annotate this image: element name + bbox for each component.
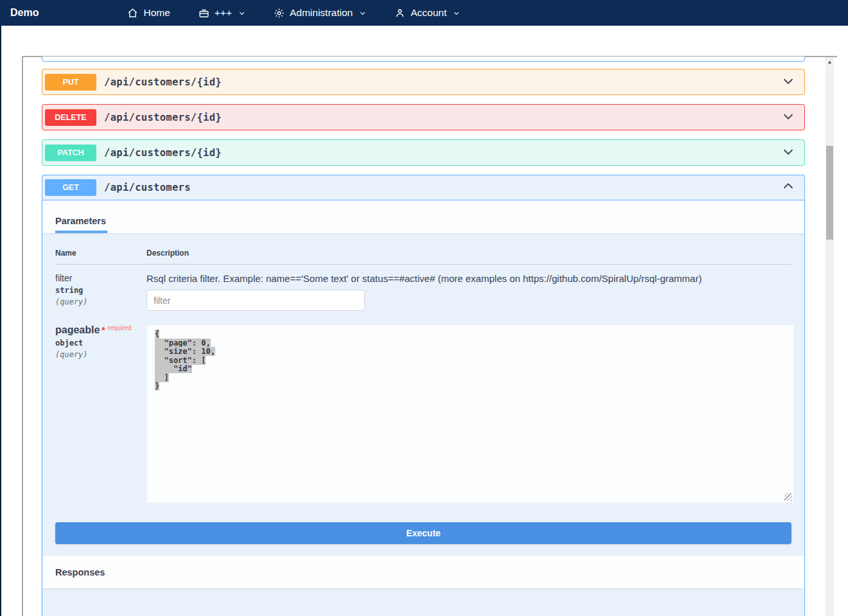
opblock-summary[interactable]: PUT /api/customers/{id} [42,69,804,94]
gear-icon [274,8,285,19]
param-row-filter: filter string (query) Rsql criteria filt… [55,265,791,311]
chevron-down-icon [359,10,366,17]
navbar: Demo Home +++ Administration [0,0,848,26]
param-location: (query) [55,297,146,306]
param-location: (query) [55,350,146,359]
nav-menu: Home +++ Administration Account [127,7,460,19]
responses-title: Responses [55,567,105,577]
nav-item-label: Home [143,7,170,19]
chevron-down-icon [453,10,460,17]
chevron-down-icon [238,10,245,17]
param-row-pageable: pageable*required object (query) { "page… [55,311,791,503]
method-badge: DELETE [45,109,96,126]
endpoint-path: /api/customers/{id} [104,76,222,88]
opblock-get-customers: GET /api/customers Parameters Name Descr… [42,175,805,616]
column-header-description: Description [146,249,189,258]
filter-input[interactable] [146,290,365,311]
opblock-put-customers-id: PUT /api/customers/{id} [42,69,805,95]
home-icon [127,8,138,19]
opblock-summary[interactable]: GET /api/customers [42,175,804,200]
responses-section-header: Responses [42,556,804,589]
opblock-delete-customers-id: DELETE /api/customers/{id} [42,104,805,130]
window-edge [0,26,1,616]
person-icon [394,8,405,19]
method-badge: GET [45,179,96,196]
endpoint-path: /api/customers [104,182,191,193]
chevron-down-icon[interactable] [781,109,795,126]
method-badge: PATCH [45,145,96,161]
param-type: object [55,339,146,348]
nav-item-plus-menu[interactable]: +++ [199,7,245,19]
opblock-summary[interactable]: DELETE /api/customers/{id} [42,105,804,130]
endpoint-path: /api/customers/{id} [104,147,222,159]
responses-table-area [42,589,804,616]
column-header-name: Name [55,249,146,258]
param-description: Rsql criteria filter. Example: name=='So… [146,273,791,284]
required-label: required [108,324,132,331]
nav-item-account[interactable]: Account [394,7,460,19]
nav-item-administration[interactable]: Administration [274,7,366,19]
nav-item-label: +++ [215,7,232,19]
resize-handle[interactable] [784,493,792,501]
nav-item-home[interactable]: Home [127,7,170,19]
nav-item-label: Account [411,7,446,19]
chevron-down-icon[interactable] [781,145,795,161]
opblock-summary[interactable]: PATCH /api/customers/{id} [42,140,804,165]
param-name: filter [55,273,146,283]
parameters-tab-bar: Parameters [42,200,804,233]
chevron-down-icon[interactable] [781,74,795,91]
parameters-table-header: Name Description [55,233,791,265]
endpoint-path: /api/customers/{id} [104,112,222,123]
operation-block-partial [42,57,805,62]
scrollbar-track[interactable] [826,57,834,616]
briefcase-icon [199,8,209,19]
param-type: string [55,286,146,295]
brand-title: Demo [10,7,39,19]
scrollbar-up-button[interactable]: ▲ [826,57,834,67]
opblock-patch-customers-id: PATCH /api/customers/{id} [42,139,805,166]
required-asterisk: * [102,325,105,335]
parameters-table: Name Description filter string (query) R… [42,233,804,503]
param-name: pageable*required [55,324,146,336]
chevron-up-icon[interactable] [781,179,795,196]
pageable-value-textarea[interactable]: { "page": 0, "size": 10, "sort": [ "id" … [146,324,794,503]
nav-item-label: Administration [290,7,353,19]
method-badge: PUT [45,74,96,91]
scrollbar-thumb[interactable] [826,146,833,240]
execute-button[interactable]: Execute [55,522,791,544]
tab-parameters[interactable]: Parameters [55,216,107,233]
